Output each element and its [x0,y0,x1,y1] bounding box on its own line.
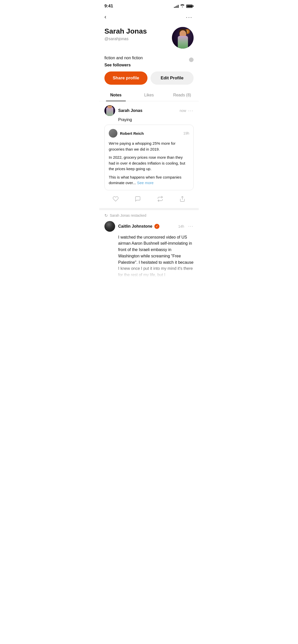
post-1-more-button[interactable]: ··· [186,108,194,113]
post-1-time: now [180,109,186,113]
tab-notes[interactable]: Notes [99,89,132,101]
post-2-avatar [104,221,115,232]
post-2: Caitlin Johnstone ✓ 14h ··· I watched th… [99,218,199,283]
more-button[interactable]: ··· [185,13,194,21]
comment-button[interactable] [127,194,149,204]
scroll-indicator [189,57,194,62]
notes-feed: Sarah Jonas now ··· Praying Robert Reich… [99,101,199,282]
share-profile-button[interactable]: Share profile [104,71,147,85]
post-1-text: Praying [118,118,194,122]
quote-header: Robert Reich 19h [109,129,189,138]
status-icons [174,4,194,8]
verified-badge: ✓ [154,224,159,229]
status-bar: 9:41 [99,0,199,11]
post-1-actions [104,194,194,204]
post-2-more-button[interactable]: ··· [186,224,194,229]
status-time: 9:41 [104,4,113,9]
post-1: Sarah Jonas now ··· Praying Robert Reich… [99,101,199,210]
quote-author: Robert Reich [120,131,181,136]
quote-card: Robert Reich 19h We're paying a whopping… [104,125,194,190]
profile-tabs: Notes Likes Reads (8) [99,89,199,101]
back-button[interactable]: ‹ [104,13,108,21]
quote-avatar [109,129,117,138]
restack-label: Sarah Jonas restacked [110,213,146,217]
edit-profile-button[interactable]: Edit Profile [151,71,194,85]
restack-button[interactable] [149,194,171,204]
profile-section: Sarah Jonas @sarahjonas fiction and non … [99,24,199,67]
profile-info: Sarah Jonas @sarahjonas [104,27,168,41]
nav-bar: ‹ ··· [99,11,199,24]
like-button[interactable] [104,194,127,204]
post-1-avatar [104,105,115,116]
followers-link[interactable]: See followers [104,63,194,67]
signal-icon [174,4,179,8]
quote-time: 19h [183,131,189,135]
post-2-text: I watched the uncensored video of US air… [118,234,194,279]
wifi-icon [180,4,185,8]
see-more-link[interactable]: See more [137,181,154,185]
avatar [172,27,194,49]
post-2-section: ↻ Sarah Jonas restacked Caitlin Johnston… [99,210,199,283]
post-2-time: 14h [178,224,184,228]
profile-header: Sarah Jonas @sarahjonas [104,27,194,49]
tab-likes[interactable]: Likes [132,89,166,101]
post-2-author: Caitlin Johnstone [118,224,152,229]
restack-indicator: ↻ Sarah Jonas restacked [99,210,199,218]
profile-name: Sarah Jonas [104,27,168,36]
post-1-header: Sarah Jonas now ··· [104,105,194,116]
post-2-header: Caitlin Johnstone ✓ 14h ··· [104,221,194,232]
battery-icon [186,5,194,8]
post-1-author: Sarah Jonas [118,108,142,113]
profile-bio: fiction and non fiction [104,56,194,60]
profile-handle: @sarahjonas [104,37,168,41]
restack-icon: ↻ [104,213,108,218]
share-button[interactable] [171,194,194,204]
quote-text: We're paying a whopping 25% more for gro… [109,141,189,186]
tab-reads[interactable]: Reads (8) [166,89,199,101]
action-buttons: Share profile Edit Profile [99,71,199,85]
